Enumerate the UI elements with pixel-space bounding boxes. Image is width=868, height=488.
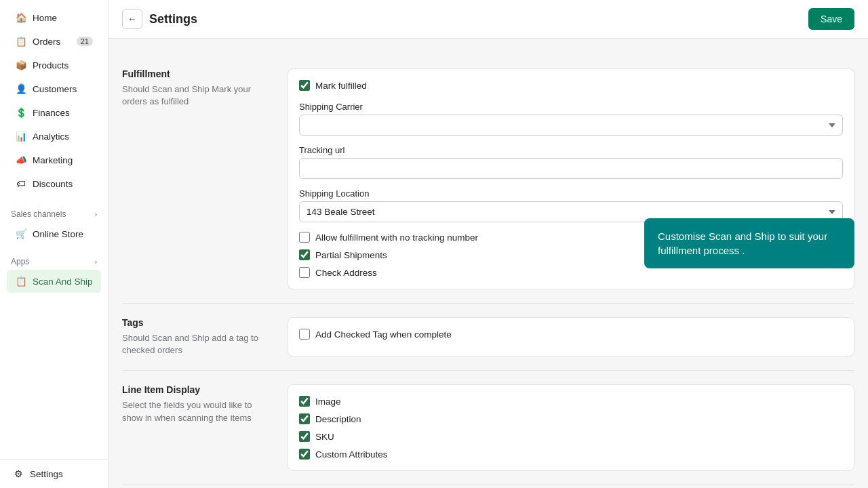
home-icon: 🏠 (15, 12, 27, 24)
sidebar-item-home[interactable]: 🏠 Home (7, 6, 101, 29)
sidebar-item-analytics[interactable]: 📊 Analytics (7, 125, 101, 148)
apps-section: Apps › (3, 251, 105, 269)
sidebar-item-scan-and-ship[interactable]: 📋 Scan And Ship (7, 270, 101, 293)
sidebar-item-label: Analytics (33, 131, 69, 142)
partial-shipments-checkbox[interactable] (299, 249, 310, 260)
mark-fulfilled-checkbox[interactable] (299, 80, 310, 91)
allow-no-tracking-checkbox[interactable] (299, 232, 310, 243)
advanced-section: Advanced Play sounds Hide Complete Line … (122, 485, 854, 488)
sidebar-item-label: Scan And Ship (33, 277, 93, 287)
sidebar-item-settings[interactable]: ⚙ Settings (4, 462, 104, 485)
description-label: Description (315, 414, 361, 424)
sidebar-item-label: Home (33, 13, 57, 23)
main-content: ← Settings Save Fulfillment Should Scan … (108, 0, 868, 488)
shipping-location-label: Shipping Location (299, 188, 843, 199)
sidebar-item-products[interactable]: 📦 Products (7, 54, 101, 77)
check-address-row[interactable]: Check Address (299, 267, 843, 278)
description-row[interactable]: Description (299, 413, 843, 424)
scan-and-ship-icon: 📋 (15, 275, 27, 287)
page-title: Settings (149, 12, 197, 26)
products-icon: 📦 (15, 59, 27, 71)
sidebar: 🏠 Home 📋 Orders 21 📦 Products 👤 Customer… (0, 0, 108, 488)
fulfillment-title: Fulfillment (122, 68, 271, 79)
page-header: ← Settings Save (108, 0, 868, 39)
sidebar-item-label: Products (33, 60, 68, 70)
shipping-carrier-select[interactable] (299, 115, 843, 136)
allow-no-tracking-label: Allow fulfillment with no tracking numbe… (315, 232, 478, 243)
image-label: Image (315, 396, 341, 407)
sidebar-item-customers[interactable]: 👤 Customers (7, 77, 101, 100)
customers-icon: 👤 (15, 83, 27, 95)
line-item-description: Select the fields you would like to show… (122, 399, 271, 424)
shipping-carrier-group: Shipping Carrier (299, 102, 843, 136)
add-checked-tag-checkbox[interactable] (299, 329, 310, 340)
tooltip-box: Customise Scan and Ship to suit your ful… (644, 218, 854, 268)
fulfillment-desc: Fulfillment Should Scan and Ship Mark yo… (122, 68, 271, 289)
line-item-display-section: Line Item Display Select the fields you … (122, 371, 854, 485)
line-item-card: Image Description SKU Custom Attributes (288, 384, 854, 471)
sku-label: SKU (315, 432, 334, 442)
finances-icon: 💲 (15, 106, 27, 119)
line-item-title: Line Item Display (122, 384, 271, 395)
shipping-location-group: Shipping Location 143 Beale Street (299, 188, 843, 222)
apps-chevron[interactable]: › (95, 258, 97, 266)
tracking-url-group: Tracking url (299, 145, 843, 179)
sidebar-item-finances[interactable]: 💲 Finances (7, 101, 101, 124)
mark-fulfilled-label: Mark fulfilled (315, 81, 367, 91)
sidebar-item-label: Discounts (33, 179, 73, 189)
settings-icon: ⚙ (12, 468, 24, 480)
check-address-label: Check Address (315, 268, 377, 278)
sidebar-item-orders[interactable]: 📋 Orders 21 (7, 30, 101, 53)
save-button[interactable]: Save (808, 8, 854, 30)
description-checkbox[interactable] (299, 413, 310, 424)
sidebar-item-discounts[interactable]: 🏷 Discounts (7, 172, 101, 195)
custom-attributes-row[interactable]: Custom Attributes (299, 449, 843, 460)
add-checked-tag-label: Add Checked Tag when complete (315, 329, 452, 340)
sidebar-item-label: Online Store (33, 229, 83, 239)
tags-desc: Tags Should Scan and Ship add a tag to c… (122, 317, 271, 357)
sku-row[interactable]: SKU (299, 431, 843, 442)
sidebar-item-online-store[interactable]: 🛒 Online Store (7, 222, 101, 245)
image-row[interactable]: Image (299, 396, 843, 407)
sidebar-item-label: Finances (33, 108, 70, 118)
tracking-url-label: Tracking url (299, 145, 843, 155)
partial-shipments-label: Partial Shipments (315, 250, 387, 260)
add-checked-tag-row[interactable]: Add Checked Tag when complete (299, 329, 843, 340)
tags-card: Add Checked Tag when complete (288, 317, 854, 357)
analytics-icon: 📊 (15, 130, 27, 142)
shipping-carrier-label: Shipping Carrier (299, 102, 843, 112)
sidebar-item-label: Settings (30, 469, 63, 479)
tags-section: Tags Should Scan and Ship add a tag to c… (122, 304, 854, 371)
sidebar-item-label: Customers (33, 84, 77, 94)
header-left: ← Settings (122, 9, 197, 29)
sku-checkbox[interactable] (299, 431, 310, 442)
tags-description: Should Scan and Ship add a tag to checke… (122, 332, 271, 357)
settings-content: Fulfillment Should Scan and Ship Mark yo… (108, 39, 868, 488)
orders-badge: 21 (77, 37, 93, 46)
mark-fulfilled-row[interactable]: Mark fulfilled (299, 80, 843, 91)
tracking-url-input[interactable] (299, 158, 843, 179)
fulfillment-description: Should Scan and Ship Mark your orders as… (122, 83, 271, 108)
orders-icon: 📋 (15, 35, 27, 47)
custom-attributes-checkbox[interactable] (299, 449, 310, 460)
sidebar-item-label: Marketing (33, 155, 73, 165)
custom-attributes-label: Custom Attributes (315, 449, 388, 460)
line-item-desc: Line Item Display Select the fields you … (122, 384, 271, 471)
sidebar-item-marketing[interactable]: 📣 Marketing (7, 148, 101, 171)
image-checkbox[interactable] (299, 396, 310, 407)
tooltip-text: Customise Scan and Ship to suit your ful… (658, 230, 827, 256)
sales-channels-chevron[interactable]: › (95, 211, 97, 218)
discounts-icon: 🏷 (15, 178, 27, 190)
tags-title: Tags (122, 317, 271, 328)
sales-channels-section: Sales channels › (3, 204, 105, 222)
online-store-icon: 🛒 (15, 228, 27, 240)
sidebar-item-label: Orders (33, 37, 60, 47)
back-button[interactable]: ← (122, 9, 142, 29)
marketing-icon: 📣 (15, 154, 27, 166)
check-address-checkbox[interactable] (299, 267, 310, 278)
